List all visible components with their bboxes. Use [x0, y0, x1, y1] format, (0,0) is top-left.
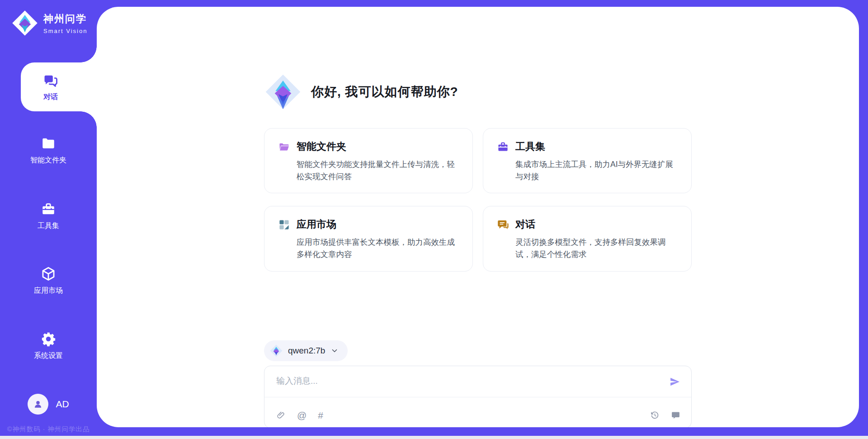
model-diamond-icon [270, 344, 283, 357]
send-button[interactable] [669, 376, 680, 389]
gear-icon [41, 331, 56, 347]
cube-icon [41, 266, 56, 282]
sidebar: 神州问学 Smart Vision 对话 智能文件夹 [0, 0, 97, 439]
chat-bubble-icon [497, 219, 509, 231]
paperclip-icon [276, 410, 286, 420]
toolbar-left: @ # [276, 410, 323, 420]
sidebar-item-label: 智能文件夹 [30, 156, 66, 165]
model-selector[interactable]: qwen2:7b [264, 340, 348, 361]
sidebar-item-app-market[interactable]: 应用市场 [0, 266, 97, 296]
sidebar-item-label: 系统设置 [34, 351, 63, 361]
card-app-market[interactable]: 应用市场 应用市场提供丰富长文本模板，助力高效生成多样化文章内容 [264, 206, 473, 271]
history-button[interactable] [650, 410, 660, 420]
card-description: 智能文件夹功能支持批量文件上传与清洗，轻松实现文件问答 [297, 158, 459, 183]
card-head: 智能文件夹 [278, 140, 459, 153]
history-icon [650, 410, 660, 420]
sidebar-item-smart-folder[interactable]: 智能文件夹 [0, 136, 97, 165]
card-description: 灵活切换多模型文件，支持多样回复效果调试，满足个性化需求 [515, 236, 678, 261]
card-head: 工具集 [497, 140, 678, 153]
sidebar-item-settings[interactable]: 系统设置 [0, 331, 97, 361]
topic-button[interactable]: # [318, 410, 323, 420]
folder-icon [278, 141, 290, 153]
feature-cards: 智能文件夹 智能文件夹功能支持批量文件上传与清洗，轻松实现文件问答 [264, 128, 692, 272]
sidebar-item-label: 对话 [43, 92, 58, 102]
model-name: qwen2:7b [288, 346, 325, 356]
card-title: 智能文件夹 [297, 140, 346, 153]
main-content: 你好, 我可以如何帮助你? 智能文件夹 智能文件夹功能支持批量文件上传与清洗，轻… [264, 7, 692, 427]
card-head: 对话 [497, 218, 678, 231]
sidebar-item-label: 工具集 [38, 221, 59, 231]
composer-divider [264, 397, 691, 397]
card-title: 工具集 [515, 140, 545, 153]
grid-market-icon [278, 219, 290, 231]
chat-bubbles-icon [42, 72, 59, 89]
chat-square-icon [671, 410, 680, 420]
user-profile[interactable]: AD [0, 394, 97, 415]
tab-curve-bottom [80, 111, 97, 128]
toolbox-icon [497, 141, 509, 153]
user-initials: AD [56, 399, 69, 410]
greeting-title: 你好, 我可以如何帮助你? [311, 83, 458, 100]
card-title: 应用市场 [297, 218, 336, 231]
chevron-down-icon [330, 347, 339, 355]
brand-subtitle: Smart Vision [43, 28, 87, 34]
new-chat-button[interactable] [671, 410, 680, 420]
avatar [28, 394, 48, 415]
person-icon [32, 398, 44, 410]
composer-toolbar: @ # [276, 410, 680, 420]
card-chat[interactable]: 对话 灵活切换多模型文件，支持多样回复效果调试，满足个性化需求 [483, 206, 692, 271]
mention-button[interactable]: @ [297, 410, 307, 420]
bottom-edge-strip [0, 436, 868, 439]
folder-icon [41, 136, 56, 151]
brand-text: 神州问学 Smart Vision [43, 12, 87, 34]
card-smart-folder[interactable]: 智能文件夹 智能文件夹功能支持批量文件上传与清洗，轻松实现文件问答 [264, 128, 473, 193]
sidebar-footer: ©神州数码 · 神州问学出品 [0, 425, 97, 434]
main-panel: 你好, 我可以如何帮助你? 智能文件夹 智能文件夹功能支持批量文件上传与清洗，轻… [97, 7, 859, 427]
assistant-diamond-icon [265, 74, 301, 110]
send-icon [669, 376, 680, 387]
toolbar-right [650, 410, 680, 420]
sidebar-item-chat[interactable]: 对话 [21, 62, 97, 111]
message-input[interactable] [276, 376, 655, 386]
hash-icon: # [318, 410, 323, 420]
sidebar-item-label: 应用市场 [34, 286, 63, 296]
brand-logo: 神州问学 Smart Vision [12, 10, 87, 36]
greeting: 你好, 我可以如何帮助你? [265, 74, 692, 110]
brand-diamond-icon [12, 10, 38, 36]
card-title: 对话 [515, 218, 535, 231]
at-icon: @ [297, 410, 307, 420]
attach-file-button[interactable] [276, 410, 286, 420]
card-description: 集成市场上主流工具，助力AI与外界无缝扩展与对接 [515, 158, 678, 183]
card-head: 应用市场 [278, 218, 459, 231]
brand-name: 神州问学 [43, 12, 87, 26]
card-toolbox[interactable]: 工具集 集成市场上主流工具，助力AI与外界无缝扩展与对接 [483, 128, 692, 193]
composer: qwen2:7b [264, 340, 692, 428]
tab-curve-top [80, 46, 97, 62]
toolbox-icon [41, 201, 56, 217]
app-root: 神州问学 Smart Vision 对话 智能文件夹 [0, 0, 868, 439]
sidebar-item-toolbox[interactable]: 工具集 [0, 201, 97, 231]
message-composer: @ # [264, 366, 692, 428]
card-description: 应用市场提供丰富长文本模板，助力高效生成多样化文章内容 [297, 236, 459, 261]
